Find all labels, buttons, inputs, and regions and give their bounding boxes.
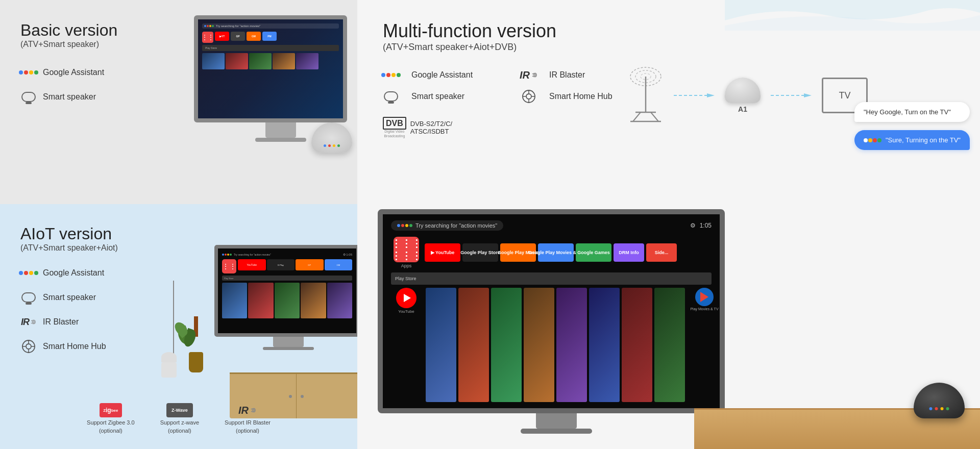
aiot-hub-icon <box>20 338 37 355</box>
plant <box>189 316 203 372</box>
large-tv-stand <box>536 413 577 429</box>
aiot-speaker-icon <box>20 289 37 306</box>
yt-icon: ▶YT <box>215 32 229 41</box>
svg-marker-21 <box>707 93 715 97</box>
google-dots-small <box>204 25 214 27</box>
large-tv-container: Try searching for "action movies" ⚙ 1:05… <box>378 209 735 434</box>
aiot-ir-label: IR Blaster <box>43 317 79 327</box>
play-movies-label: Play Movies & TV <box>690 307 718 311</box>
basic-ga-label: Google Assistant <box>43 68 104 77</box>
protocol-icons-row: Zigbee Support Zigbee 3.0 (optional) Z-W… <box>87 403 271 434</box>
aiot-ga-label: Google Assistant <box>43 268 104 278</box>
dark-speaker-device <box>909 383 970 429</box>
a1-device: A1 <box>725 78 761 113</box>
movie-8 <box>654 288 685 402</box>
multi-speaker-label: Smart speaker <box>411 92 464 101</box>
basic-speaker-device <box>306 122 357 163</box>
bubble-google: "Sure, Turning on the TV" <box>854 130 970 150</box>
multi-ga-feature: Google Assistant <box>383 67 500 83</box>
movies-icon: PM <box>262 32 277 41</box>
apps-icon: ⋮⋮⋮⋮⋮⋮ <box>394 237 419 262</box>
multi-hub-label: Smart Home Hub <box>549 92 612 101</box>
dvb-detail: DVB-S2/T2/C/ <box>410 120 452 128</box>
antenna-diagram: A1 TV <box>628 66 868 124</box>
multi-ir-feature: IR IR Blaster <box>521 67 638 83</box>
large-search-text: Try searching for "action movies" <box>415 222 497 229</box>
svg-line-17 <box>633 112 641 121</box>
dvb-subtitle: Digital VideoBroadcasting <box>384 130 405 138</box>
ir-blaster-label: Support IR Blaster <box>225 419 271 426</box>
movie-7 <box>622 288 652 402</box>
movie-2 <box>458 288 489 402</box>
aiot-hub-label: Smart Home Hub <box>43 342 106 351</box>
gplay-icon: GP <box>231 32 245 41</box>
aiot-ga-icon <box>20 265 37 281</box>
zwave-sublabel: (optional) <box>168 428 191 434</box>
zigbee-sublabel: (optional) <box>99 428 122 434</box>
hub-to-tv-arrow <box>771 92 812 98</box>
movie-3 <box>491 288 522 402</box>
zigbee-item: Zigbee Support Zigbee 3.0 (optional) <box>87 403 135 434</box>
large-search-bar: Try searching for "action movies" <box>391 220 503 231</box>
screen-search-text: Try searching for "action movies" <box>216 24 260 28</box>
aiot-speaker-label: Smart speaker <box>43 293 96 302</box>
movie-6 <box>589 288 620 402</box>
multi-speaker-icon <box>383 88 399 105</box>
basic-speaker-label: Smart speaker <box>43 92 96 102</box>
google-play-movies-app: Google Play Movies & TV <box>538 243 574 262</box>
tv-label: TV <box>839 90 850 101</box>
youtube-app: ▶ YouTube <box>425 243 460 262</box>
time-display: 1:05 <box>700 222 712 229</box>
ir-item: IR Support IR Blaster (optional) <box>225 403 271 434</box>
antenna-to-hub-arrow <box>674 92 715 98</box>
large-movies-section: YouTube <box>391 288 712 402</box>
movie-1 <box>426 288 456 402</box>
large-tv-screen: Try searching for "action movies" ⚙ 1:05… <box>378 209 725 413</box>
aiot-ir-icon: IR <box>20 314 37 330</box>
music-icon: GM <box>247 32 261 41</box>
play-store-label: Play Store <box>395 276 416 281</box>
speech-bubbles: "Hey Google, Turn on the TV" "Sure, Turn… <box>854 102 970 150</box>
smart-speaker-icon <box>20 89 37 105</box>
apps-list: ▶ YouTube Google Play Store Google Play … <box>425 243 712 262</box>
multi-hub-icon <box>521 88 537 105</box>
movie-5 <box>556 288 587 402</box>
dark-speaker-body <box>914 383 965 418</box>
svg-marker-23 <box>804 93 812 97</box>
zwave-label: Support z-wave <box>160 419 199 426</box>
multi-feature-grid: Google Assistant IR IR Blaster Smart spe… <box>383 67 638 105</box>
yt-circle <box>396 288 416 308</box>
side-app: Side... <box>646 243 677 262</box>
play-movies-icon <box>695 288 714 306</box>
zigbee-label: Support Zigbee 3.0 <box>87 419 135 426</box>
dvb-detail2: ATSC/ISDBT <box>410 128 452 135</box>
dark-speaker-dots <box>929 407 949 410</box>
large-apps-row: ⋮⋮⋮⋮⋮⋮ Apps ▶ YouTube Google Play Store … <box>391 237 712 268</box>
google-games-app: Google Games <box>576 243 611 262</box>
basic-tv-mockup: Try searching for "action movies" ⋮⋮ ▶YT… <box>194 15 357 173</box>
bubble-google-text: "Sure, Turning on the TV" <box>886 136 961 144</box>
google-assistant-icon <box>20 64 37 81</box>
google-play-store-app: Google Play Store <box>462 243 498 262</box>
drm-info-app: DRM Info <box>614 243 644 262</box>
right-section: Multi-function version (ATV+Smart speake… <box>357 0 980 449</box>
ir-blaster-sublabel: (optional) <box>236 428 259 434</box>
zigbee-logo: Zigbee <box>100 403 122 417</box>
bubble-user-text: "Hey Google, Turn on the TV" <box>864 108 951 116</box>
dvb-badge: DVB <box>383 117 406 130</box>
antenna-icon <box>628 66 664 124</box>
aiot-tv: Try searching for "action movies" ⚙ 1:05… <box>214 245 357 350</box>
multi-ga-icon <box>383 67 399 83</box>
multi-speaker-feature: Smart speaker <box>383 88 500 105</box>
multi-ga-label: Google Assistant <box>411 70 473 80</box>
apps-label: Apps <box>401 263 412 268</box>
bubble-user: "Hey Google, Turn on the TV" <box>854 102 970 122</box>
youtube-label: YouTube <box>398 309 414 314</box>
multi-ir-label: IR Blaster <box>549 70 585 80</box>
large-tv-base <box>521 429 592 434</box>
basic-version-section: Basic version (ATV+Smart speaker) Google… <box>0 0 357 204</box>
movies-grid <box>426 288 685 402</box>
large-time: ⚙ 1:05 <box>690 222 712 229</box>
zwave-logo: Z-Wave <box>166 403 193 417</box>
basic-tv-screen: Try searching for "action movies" ⋮⋮ ▶YT… <box>194 15 347 122</box>
